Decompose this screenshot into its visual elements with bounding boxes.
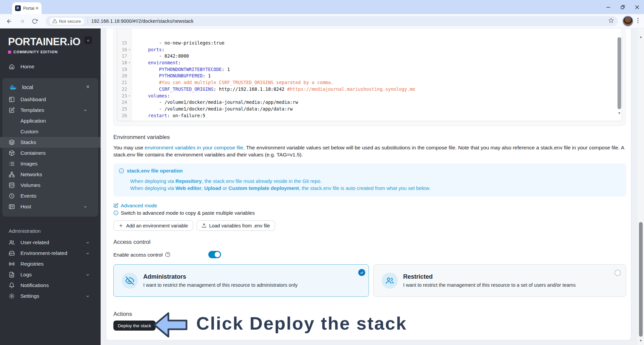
- info-box-line: When deploying via Repository, the stack…: [130, 178, 620, 185]
- sidebar-item-containers[interactable]: Containers: [2, 148, 98, 158]
- code-line: 26 restart: on-failure:5: [117, 113, 622, 119]
- fold-gutter: [127, 53, 132, 60]
- editor-scrollbar-thumb[interactable]: [618, 37, 621, 109]
- line-number: 20: [117, 73, 127, 79]
- list-icon: [9, 161, 15, 167]
- sidebar-item-host[interactable]: Host: [2, 201, 98, 212]
- code-text: volumes:: [132, 93, 170, 99]
- chevron-down-icon: [86, 272, 90, 278]
- add-env-variable-button[interactable]: Add an environment variable: [113, 220, 193, 231]
- line-number: 16: [117, 47, 127, 53]
- sidebar-collapse-button[interactable]: «: [85, 37, 92, 44]
- code-line: 18▾ environment:: [117, 60, 622, 66]
- minimize-icon[interactable]: [606, 5, 610, 9]
- scroll-up-icon[interactable]: ▲: [638, 35, 644, 39]
- edition-square: [8, 51, 11, 54]
- code-line: 25 - /volume1/docker/media-journal/data:…: [117, 106, 622, 113]
- code-line: 15 - no-new-privileges:true: [117, 40, 622, 47]
- fold-arrow-icon[interactable]: ▾: [127, 47, 132, 53]
- tab-title: Portaine: [23, 6, 35, 11]
- sidebar-item-notifications[interactable]: Notifications: [0, 280, 101, 291]
- profile-avatar[interactable]: [623, 16, 633, 26]
- radio-icon: [9, 261, 15, 267]
- sidebar-item-application[interactable]: Application: [2, 116, 98, 126]
- sidebar-item-home[interactable]: Home: [0, 61, 101, 72]
- deploy-the-stack-button[interactable]: Deploy the stack: [113, 321, 156, 331]
- sidebar-item-custom[interactable]: Custom: [2, 126, 98, 137]
- code-line: 16▾ ports:: [117, 47, 622, 53]
- fold-gutter: [127, 40, 132, 47]
- upload-icon: [202, 223, 207, 228]
- code-text: - /volume1/docker/media-journal/data:/ap…: [132, 106, 292, 113]
- page-scrollbar-thumb[interactable]: [639, 222, 643, 337]
- bookmark-star-icon[interactable]: [608, 18, 614, 24]
- environment-name: local: [22, 84, 33, 90]
- url-text: 192.168.1.18:9000/#!/2/docker/stacks/new…: [91, 18, 606, 24]
- browser-tab[interactable]: P. Portaine ✕: [12, 2, 42, 14]
- sidebar-item-templates[interactable]: Templates: [2, 105, 98, 116]
- sidebar-item-label: Environment-related: [20, 250, 67, 256]
- access-option-administrators[interactable]: Administrators I want to restrict the ma…: [113, 264, 369, 297]
- sidebar-item-registries[interactable]: Registries: [0, 259, 101, 269]
- users-icon: [382, 273, 398, 289]
- code-line: 24 - /volume1/docker/media-journal/media…: [117, 99, 622, 106]
- fold-arrow-icon[interactable]: ▾: [127, 93, 132, 99]
- chevron-down-icon: [86, 240, 90, 246]
- sidebar-item-logs[interactable]: Logs: [0, 269, 101, 280]
- scroll-down-icon[interactable]: ▼: [638, 339, 644, 342]
- code-text: - no-new-privileges:true: [132, 40, 224, 47]
- fold-gutter: [127, 99, 132, 106]
- sidebar-item-label: User-related: [20, 239, 49, 246]
- not-secure-badge[interactable]: Not secure: [50, 18, 84, 25]
- sidebar-item-environment-related[interactable]: Environment-related: [0, 248, 101, 259]
- environment-local[interactable]: local: [2, 81, 98, 94]
- fold-arrow-icon[interactable]: ▾: [127, 60, 132, 66]
- sidebar-item-volumes[interactable]: Volumes: [2, 180, 98, 191]
- administrators-title: Administrators: [143, 273, 298, 280]
- access-option-restricted[interactable]: Restricted I want to restrict the manage…: [373, 264, 626, 297]
- compose-env-vars-link[interactable]: environment variables in your compose fi…: [145, 145, 243, 150]
- code-text: restart: on-failure:5: [132, 113, 205, 119]
- sidebar-item-images[interactable]: Images: [2, 158, 98, 169]
- code-text: #You can add multiple CSRF_TRUSTED_ORIGI…: [132, 79, 333, 86]
- main-content: 15 - no-new-privileges:true16▾ ports:17 …: [101, 28, 644, 345]
- sidebar: PORTAINER.iO « COMMUNITY EDITION Home lo…: [0, 28, 101, 345]
- forward-icon[interactable]: [17, 16, 27, 26]
- code-line: 22 CSRF_TRUSTED_ORIGINS: http://192.168.…: [117, 86, 622, 93]
- portainer-logo: PORTAINER.iO: [8, 36, 94, 48]
- sidebar-item-label: Dashboard: [20, 96, 46, 102]
- url-bar[interactable]: Not secure 192.168.1.18:9000/#!/2/docker…: [46, 16, 618, 26]
- info-icon: [119, 168, 124, 174]
- line-number: 25: [117, 106, 127, 113]
- line-number: 21: [117, 79, 127, 86]
- line-number: 26: [117, 113, 127, 119]
- editor-scroll-down-icon[interactable]: ▼: [618, 111, 621, 115]
- sidebar-item-user-related[interactable]: User-related: [0, 237, 101, 248]
- back-icon[interactable]: [4, 16, 14, 26]
- advanced-mode-hint: Switch to advanced mode to copy & paste …: [113, 210, 626, 216]
- sidebar-item-dashboard[interactable]: Dashboard: [2, 94, 98, 105]
- unselected-radio[interactable]: [614, 270, 621, 276]
- advanced-mode-link[interactable]: Advanced mode: [113, 203, 626, 208]
- sidebar-item-settings[interactable]: Settings: [0, 291, 101, 301]
- docker-whale-icon: [9, 84, 17, 91]
- restricted-title: Restricted: [403, 273, 576, 280]
- sidebar-item-networks[interactable]: Networks: [2, 169, 98, 180]
- clock-icon: [9, 193, 15, 199]
- load-env-file-button[interactable]: Load variables from .env file: [197, 220, 275, 231]
- close-environment-icon[interactable]: [86, 84, 90, 89]
- browser-menu-icon[interactable]: [636, 18, 640, 24]
- code-line: 17 - 8242:8000: [117, 53, 622, 60]
- sidebar-item-stacks[interactable]: Stacks: [0, 137, 101, 148]
- tab-close-icon[interactable]: ✕: [35, 6, 40, 11]
- reload-icon[interactable]: [30, 16, 40, 26]
- close-window-icon[interactable]: [635, 5, 639, 9]
- restore-icon[interactable]: [621, 5, 625, 9]
- harddrive-icon: [9, 250, 15, 256]
- sidebar-item-label: Volumes: [20, 182, 40, 188]
- enable-access-control-toggle[interactable]: [208, 251, 221, 258]
- compose-code-editor[interactable]: 15 - no-new-privileges:true16▾ ports:17 …: [117, 28, 622, 121]
- sidebar-item-events[interactable]: Events: [2, 191, 98, 201]
- page-scrollbar[interactable]: ▲ ▼: [638, 28, 644, 345]
- sidebar-item-label: Events: [20, 193, 36, 199]
